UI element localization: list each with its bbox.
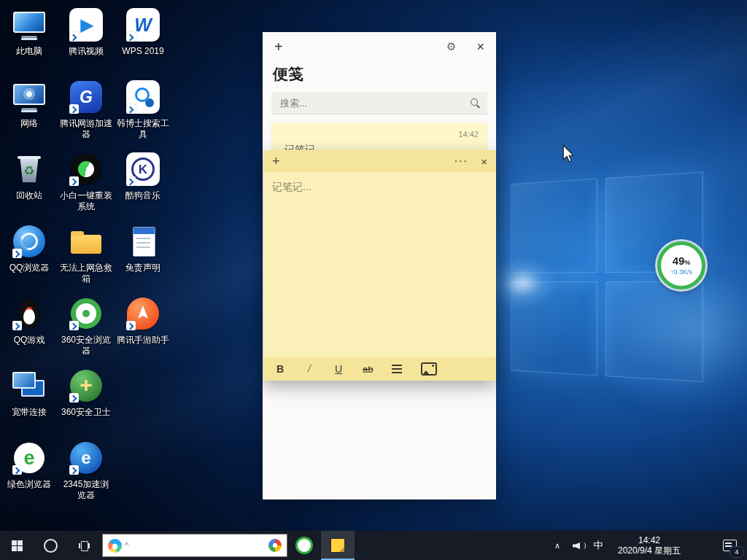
- taskbar-clock[interactable]: 14:42 2020/9/4 星期五: [608, 535, 690, 556]
- settings-gear-icon[interactable]: ⚙: [446, 40, 456, 53]
- sticky-note-window: + ··· × 记笔记... B / U ab: [263, 150, 496, 381]
- desktop-icon-column-3: W WPS 2019 韩博士搜索工具 K 酷狗音乐 免责声明 腾讯手游助手: [115, 4, 171, 365]
- search-skin-icon[interactable]: [108, 539, 122, 553]
- tencent-video-icon: ▶: [67, 6, 105, 44]
- taskbar: ^ ∧ 中 14:42 2020/9/4 星期五 4: [0, 531, 747, 560]
- new-note-button[interactable]: +: [272, 154, 280, 169]
- desktop-icon-360-browser[interactable]: 360安全浏览器: [58, 295, 114, 365]
- kugou-music-icon: K: [124, 150, 162, 188]
- nav-site-icon[interactable]: [268, 539, 282, 552]
- taskbar-sticky-notes-button[interactable]: [321, 531, 355, 560]
- volume-icon[interactable]: [568, 540, 588, 551]
- memory-percent: 49%: [673, 255, 691, 268]
- shortcut-arrow-icon: [126, 104, 136, 114]
- tencent-game-accelerator-icon: G: [67, 78, 105, 116]
- green-browser-icon: e: [10, 439, 48, 477]
- desktop-icon-broadband-connection[interactable]: 宽带连接: [1, 367, 57, 438]
- desktop-icon-hanboshi-search[interactable]: 韩博士搜索工具: [115, 78, 171, 149]
- task-view-button[interactable]: [67, 531, 101, 560]
- new-note-button[interactable]: +: [274, 39, 283, 55]
- desktop-icon-wps-2019[interactable]: W WPS 2019: [115, 6, 171, 77]
- desktop-icon-qq-games[interactable]: QQ游戏: [1, 295, 57, 365]
- tencent-gamebuddy-icon: [124, 295, 162, 332]
- recycle-symbol-glyph: ♻: [23, 165, 34, 177]
- desktop-icon-this-pc[interactable]: 此电脑: [1, 6, 57, 77]
- skin-dropdown-caret[interactable]: ^: [125, 541, 128, 550]
- close-notes-list-button[interactable]: ×: [476, 39, 484, 55]
- notes-search-input[interactable]: [279, 97, 464, 109]
- task-view-icon: [79, 541, 90, 551]
- desktop-icon-2345-browser[interactable]: e 2345加速浏览器: [58, 439, 114, 510]
- insert-image-button[interactable]: [421, 362, 437, 376]
- icon-glyph: K: [139, 163, 147, 176]
- bold-button[interactable]: B: [275, 363, 285, 375]
- 360-security-icon: +: [67, 367, 105, 405]
- desktop-icon-disclaimer[interactable]: 免责声明: [115, 222, 171, 293]
- this-pc-icon: [10, 6, 48, 44]
- desktop-icon-network[interactable]: 网络: [1, 78, 57, 149]
- desktop-icon-label: QQ游戏: [1, 335, 57, 346]
- shortcut-arrow-icon: [126, 176, 136, 186]
- note-format-toolbar: B / U ab: [263, 357, 496, 381]
- icon-glyph: e: [23, 448, 34, 468]
- wps-2019-icon: W: [124, 6, 162, 44]
- hanboshi-search-icon: [124, 78, 162, 116]
- desktop-icon-xiaobai-reinstall[interactable]: 小白一键重装系统: [58, 150, 114, 221]
- icon-glyph: e: [81, 449, 90, 467]
- action-center-button[interactable]: 4: [712, 531, 747, 560]
- desktop-icon-label: 宽带连接: [1, 407, 57, 418]
- cortana-button[interactable]: [34, 531, 67, 560]
- speed-widget[interactable]: 49% ↑0.3K/s: [657, 241, 705, 289]
- notes-list-header: + ⚙ ×: [263, 32, 496, 61]
- icon-glyph: W: [134, 16, 152, 34]
- desktop-icon-label: 无法上网急救箱: [58, 262, 114, 284]
- sticky-note-header[interactable]: + ··· ×: [263, 150, 496, 172]
- 2345-browser-icon: e: [67, 439, 105, 477]
- shortcut-arrow-icon: [69, 32, 79, 42]
- green-browser-taskbar-icon: [295, 537, 313, 554]
- desktop-icon-label: 酷狗音乐: [115, 190, 171, 201]
- desktop-icon-qq-browser[interactable]: QQ浏览器: [1, 222, 57, 293]
- desktop-icon-tencent-gamebuddy[interactable]: 腾讯手游助手: [115, 295, 171, 365]
- cortana-circle-icon: [44, 539, 58, 553]
- upload-speed: ↑0.3K/s: [670, 268, 692, 276]
- taskbar-search-box[interactable]: ^: [102, 534, 287, 557]
- start-button[interactable]: [0, 531, 34, 560]
- shortcut-arrow-icon: [126, 32, 136, 42]
- desktop-icon-label: 此电脑: [1, 46, 57, 57]
- desktop-icon-label: 腾讯网游加速器: [58, 118, 114, 140]
- bullet-list-button[interactable]: [392, 365, 402, 373]
- taskbar-green-browser-button[interactable]: [287, 531, 321, 560]
- desktop-icon-tencent-video[interactable]: ▶ 腾讯视频: [58, 6, 114, 77]
- desktop-icon-column-2: ▶ 腾讯视频 G 腾讯网游加速器 小白一键重装系统 无法上网急救箱 360安全浏…: [58, 4, 114, 510]
- hidden-icons-chevron[interactable]: ∧: [547, 541, 568, 551]
- strikethrough-button[interactable]: ab: [363, 364, 373, 375]
- desktop-icon-tencent-game-accelerator[interactable]: G 腾讯网游加速器: [58, 78, 114, 149]
- windows-desktop: 此电脑 网络 ♻ 回收站 QQ浏览器 QQ游戏 宽带连接: [0, 0, 747, 560]
- mouse-cursor: [562, 144, 575, 167]
- underline-button[interactable]: U: [333, 363, 344, 375]
- note-menu-button[interactable]: ···: [454, 155, 468, 168]
- close-note-button[interactable]: ×: [481, 155, 487, 168]
- search-icon: [470, 98, 480, 108]
- desktop-icon-green-browser[interactable]: e 绿色浏览器: [1, 439, 57, 510]
- desktop-icon-network-first-aid[interactable]: 无法上网急救箱: [58, 222, 114, 293]
- network-first-aid-icon: [67, 222, 105, 260]
- note-edit-area[interactable]: 记笔记...: [263, 172, 496, 357]
- desktop-icon-label: QQ浏览器: [1, 262, 57, 273]
- desktop-icon-label: 360安全卫士: [58, 407, 114, 418]
- shortcut-arrow-icon: [12, 249, 22, 258]
- icon-glyph: G: [80, 89, 93, 106]
- note-placeholder-text: 记笔记...: [272, 181, 311, 194]
- qq-browser-icon: [10, 222, 48, 260]
- desktop-icon-kugou-music[interactable]: K 酷狗音乐: [115, 150, 171, 221]
- desktop-icon-360-security[interactable]: + 360安全卫士: [58, 367, 114, 438]
- desktop-icon-column-1: 此电脑 网络 ♻ 回收站 QQ浏览器 QQ游戏 宽带连接: [1, 4, 57, 510]
- desktop-icon-recycle-bin[interactable]: ♻ 回收站: [1, 150, 57, 221]
- desktop-icon-label: 韩博士搜索工具: [115, 118, 171, 140]
- italic-button[interactable]: /: [304, 363, 314, 375]
- shortcut-arrow-icon: [69, 465, 79, 475]
- desktop-icon-label: 小白一键重装系统: [58, 190, 114, 212]
- notes-search-box[interactable]: [271, 92, 487, 114]
- ime-indicator[interactable]: 中: [588, 539, 608, 552]
